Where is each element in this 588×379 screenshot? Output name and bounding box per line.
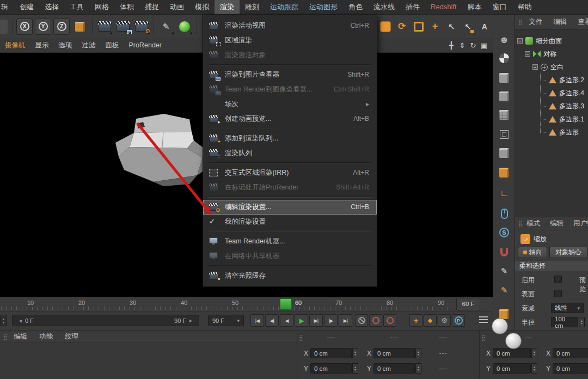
- menu-plugins[interactable]: 插件: [400, 0, 425, 14]
- pos-y-field[interactable]: 0 cm: [310, 363, 352, 374]
- record-disabled-button[interactable]: [355, 314, 368, 327]
- menu-create[interactable]: 创建: [14, 0, 39, 14]
- tree-item-polygon-3[interactable]: 多边形.3: [515, 100, 588, 113]
- clipped-stepper[interactable]: ▴▾: [0, 315, 7, 326]
- size-y-field[interactable]: 0 cm: [373, 363, 415, 374]
- list-icon[interactable]: [479, 316, 488, 323]
- render-to-picture-viewer-button[interactable]: [115, 19, 131, 35]
- tree-item-polygon-4[interactable]: 多边形.4: [515, 87, 588, 100]
- menu-item-render-to-picture-viewer[interactable]: 渲染到图片查看器 Shift+R: [203, 68, 377, 82]
- magic-sphere-button[interactable]: [176, 19, 193, 35]
- menu-item-my-render-settings[interactable]: ✓ 我的渲染设置: [203, 215, 377, 229]
- wireframe-cube-button[interactable]: [496, 126, 512, 143]
- radius-field[interactable]: 100 cm: [551, 317, 578, 327]
- menu-item-render-active-objects[interactable]: 渲染激活对象: [203, 48, 377, 63]
- x-field-2[interactable]: 0 cm: [553, 348, 588, 358]
- figure-tool-button[interactable]: ☻: [496, 32, 512, 48]
- size-x-field[interactable]: 0 cm: [373, 348, 415, 358]
- orange-frame-button[interactable]: [412, 19, 426, 35]
- menu-item-region-render[interactable]: 区域渲染: [203, 33, 377, 48]
- y-field[interactable]: 0 cm: [493, 363, 531, 374]
- tree-item-polygon[interactable]: 多边形: [515, 126, 588, 139]
- viewport-menu-prorender[interactable]: ProRender: [124, 38, 167, 53]
- lock-y-axis-button[interactable]: Y: [35, 19, 51, 35]
- am-menu-user-data[interactable]: 用户数据: [573, 219, 588, 228]
- checker-sphere-button[interactable]: [496, 50, 512, 66]
- menu-item-share-machine-over-network[interactable]: 在网络中共享机器: [203, 249, 377, 264]
- brush-button[interactable]: ✎: [496, 263, 512, 279]
- cursor-add-button[interactable]: ↖: [461, 19, 475, 35]
- y-stepper[interactable]: ▴▾: [531, 363, 537, 374]
- menu-item-make-preview[interactable]: ▸ 创建动画预览... Alt+B: [203, 112, 377, 126]
- menu-character[interactable]: 角色: [343, 0, 368, 14]
- next-key-button[interactable]: |▶: [324, 314, 338, 327]
- menu-script[interactable]: 脚本: [462, 0, 487, 14]
- viewport-menu-camera[interactable]: 摄像机: [0, 38, 30, 53]
- menu-item-team-render-to-pv[interactable]: Team Render到图像查看器... Ctrl+Shift+R: [203, 82, 377, 97]
- menu-item-add-to-render-queue[interactable]: + 添加到渲染队列...: [203, 131, 377, 146]
- autokey-button[interactable]: [383, 314, 396, 327]
- cube-tool-button-3[interactable]: [496, 145, 512, 161]
- grip-icon[interactable]: ⣿: [3, 334, 7, 340]
- goto-end-button[interactable]: ▶|: [339, 314, 352, 327]
- tab-object-axis[interactable]: 对象轴心: [549, 247, 587, 258]
- coord-header[interactable]: ---: [320, 334, 342, 341]
- menu-item-interactive-region-render[interactable]: 交互式区域渲染(IRR) Alt+R: [203, 166, 377, 180]
- menu-volume[interactable]: 体积: [114, 0, 139, 14]
- next-frame-button[interactable]: ▶|: [309, 314, 323, 327]
- zoom-icon[interactable]: ⇕: [457, 41, 468, 50]
- spline-pen-button[interactable]: ✎: [496, 282, 512, 298]
- grip-icon[interactable]: ⣿: [518, 19, 522, 25]
- menu-motion-tracker[interactable]: 运动跟踪: [265, 0, 304, 14]
- cube-tool-button-1[interactable]: [496, 70, 512, 86]
- menu-item-takes[interactable]: 场次 ▸: [203, 97, 377, 112]
- timeline-ruler[interactable]: 10 20 30 40 50 60 70 80 90 60 F: [0, 297, 493, 311]
- mm-menu-function[interactable]: 功能: [39, 332, 53, 341]
- snap-s-button[interactable]: S: [496, 224, 512, 241]
- viewport-menu-options[interactable]: 选项: [54, 38, 77, 53]
- om-menu-view[interactable]: 查看: [578, 17, 588, 27]
- render-view-button[interactable]: [96, 19, 113, 35]
- maximize-icon[interactable]: ▣: [479, 41, 489, 50]
- am-menu-mode[interactable]: 模式: [526, 219, 540, 228]
- pos-y-stepper[interactable]: ▴▾: [352, 363, 358, 374]
- keyframe-diamond-button[interactable]: ◆: [424, 314, 437, 327]
- tree-item-polygon-2[interactable]: 多边形.2: [515, 74, 588, 87]
- grip-icon[interactable]: ⣿: [518, 221, 522, 227]
- expander-icon[interactable]: [532, 64, 538, 70]
- radius-stepper[interactable]: ▴▾: [579, 317, 585, 327]
- lock-z-axis-button[interactable]: Z: [53, 19, 70, 35]
- menu-simulate[interactable]: 模拟: [189, 0, 215, 14]
- menu-help[interactable]: 帮助: [512, 0, 537, 14]
- om-menu-file[interactable]: 文件: [529, 17, 542, 27]
- viewport-menu-panel[interactable]: 面板: [101, 38, 124, 53]
- menu-tools[interactable]: 工具: [64, 0, 89, 14]
- keying-settings-button[interactable]: ⚙: [438, 314, 451, 327]
- cube-tool-button-2[interactable]: [496, 88, 512, 105]
- coord-header[interactable]: ---: [383, 334, 405, 341]
- menu-edit-clipped[interactable]: 辑: [0, 0, 14, 14]
- menu-item-render-active-view[interactable]: 渲染活动视图 Ctrl+R: [203, 19, 377, 33]
- play-backward-button[interactable]: ◀: [280, 314, 293, 327]
- om-menu-edit[interactable]: 编辑: [553, 17, 567, 27]
- corner-spline-button[interactable]: ∟: [496, 185, 512, 201]
- menu-snap[interactable]: 捕捉: [139, 0, 164, 14]
- menu-window[interactable]: 窗口: [487, 0, 512, 14]
- menu-select[interactable]: 选择: [39, 0, 64, 14]
- coord-header[interactable]: ---: [432, 334, 454, 341]
- menu-pipeline[interactable]: 流水线: [368, 0, 400, 14]
- viewport-menu-filter[interactable]: 过滤: [77, 38, 101, 53]
- mm-menu-edit[interactable]: 编辑: [14, 332, 27, 341]
- grip-icon[interactable]: ⣿: [299, 335, 303, 341]
- menu-item-flush-illumination-cache[interactable]: ● 清空光照缓存: [203, 268, 377, 283]
- rotate-icon[interactable]: ↻: [468, 41, 479, 50]
- record-button[interactable]: [369, 314, 382, 327]
- subdivide-cube-button[interactable]: [496, 107, 512, 123]
- size-x-stepper[interactable]: ▴▾: [415, 348, 421, 358]
- tree-item-subdivision-surface[interactable]: 细分曲面: [515, 34, 588, 47]
- x-field[interactable]: 0 cm: [493, 348, 531, 358]
- enable-checkbox[interactable]: [554, 276, 562, 283]
- pan-icon[interactable]: ╋: [446, 41, 457, 50]
- range-right-arrow-icon[interactable]: ►: [186, 318, 195, 323]
- text-tool-button[interactable]: A: [477, 19, 492, 35]
